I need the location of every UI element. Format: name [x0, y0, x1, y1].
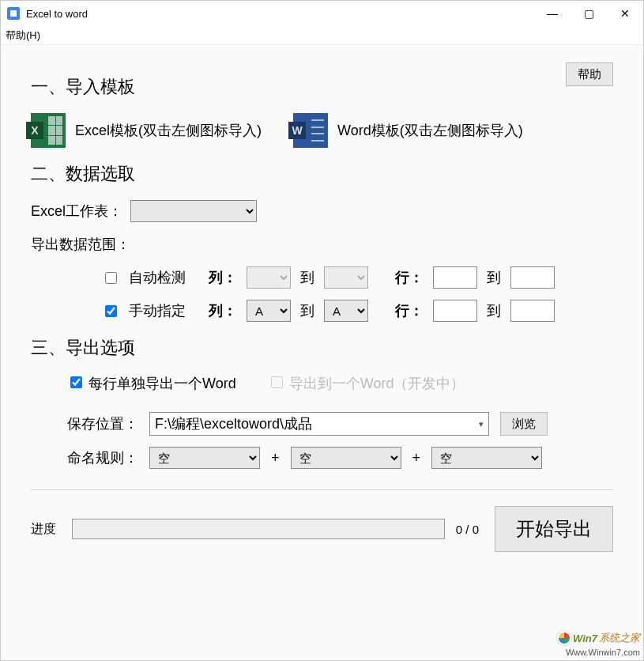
auto-detect-checkbox[interactable]: [105, 272, 117, 284]
auto-row-label: 行：: [395, 268, 424, 287]
section2-heading: 二、数据选取: [31, 162, 613, 186]
start-export-button[interactable]: 开始导出: [495, 506, 613, 552]
word-template-label: Word模板(双击左侧图标导入): [337, 121, 523, 140]
name-part-1[interactable]: 空: [149, 447, 260, 469]
per-row-label: 每行单独导出一个Word: [89, 376, 236, 391]
window-title: Excel to word: [26, 8, 88, 20]
worksheet-select[interactable]: [130, 200, 257, 222]
man-col-to[interactable]: A: [324, 300, 368, 322]
section1-heading: 一、导入模板: [31, 75, 613, 99]
app-icon: [7, 7, 20, 20]
separator: [31, 489, 613, 490]
worksheet-label: Excel工作表：: [31, 202, 122, 221]
name-part-3[interactable]: 空: [431, 447, 542, 469]
plus-1: +: [271, 450, 280, 466]
auto-col-label: 列：: [209, 268, 237, 287]
man-col-from[interactable]: A: [247, 300, 291, 322]
help-button[interactable]: 帮助: [566, 62, 613, 86]
man-row-to-label: 到: [487, 301, 501, 320]
man-row-to[interactable]: [510, 300, 555, 322]
man-row-from[interactable]: [433, 300, 477, 322]
manual-label: 手动指定: [129, 301, 186, 320]
single-file-option: 导出到一个Word（开发中）: [268, 374, 465, 393]
templates-row: X Excel模板(双击左侧图标导入) W Word模板(双击左侧图标导入): [31, 113, 613, 148]
name-part-2[interactable]: 空: [291, 447, 401, 469]
menubar: 帮助(H): [1, 26, 643, 45]
auto-col-from: [247, 266, 291, 289]
per-row-checkbox[interactable]: [70, 376, 82, 388]
section3-heading: 三、导出选项: [31, 336, 613, 360]
naming-rule-row: 命名规则： 空 + 空 + 空: [67, 447, 613, 469]
close-button[interactable]: ✕: [607, 1, 643, 26]
app-window: Excel to word — ▢ ✕ 帮助(H) 帮助 一、导入模板 X Ex…: [0, 0, 644, 661]
man-col-to-label: 到: [300, 301, 314, 320]
footer-row: 进度 0 / 0 开始导出: [31, 506, 613, 568]
plus-2: +: [412, 450, 421, 466]
minimize-button[interactable]: —: [534, 1, 571, 26]
chevron-down-icon: ▾: [479, 419, 484, 429]
auto-row-to-label: 到: [487, 268, 501, 287]
progress-text: 0 / 0: [456, 523, 479, 536]
auto-row-to[interactable]: [510, 266, 555, 289]
single-file-checkbox: [271, 376, 283, 388]
content-area: 帮助 一、导入模板 X Excel模板(双击左侧图标导入) W Word模板(双…: [1, 45, 643, 660]
single-file-label: 导出到一个Word（开发中）: [289, 376, 465, 391]
man-col-label: 列：: [209, 301, 237, 320]
word-icon[interactable]: W: [293, 113, 328, 148]
per-row-option: 每行单独导出一个Word: [67, 374, 236, 393]
word-template-item: W Word模板(双击左侧图标导入): [293, 113, 523, 148]
auto-col-to: [324, 266, 368, 289]
save-path-select[interactable]: F:\编程\exceltoword\成品 ▾: [149, 412, 489, 436]
export-mode-row: 每行单独导出一个Word 导出到一个Word（开发中）: [67, 374, 613, 393]
auto-detect-label: 自动检测: [129, 268, 186, 287]
range-label: 导出数据范围：: [31, 235, 130, 254]
maximize-button[interactable]: ▢: [571, 1, 607, 26]
auto-detect-row: 自动检测 列： 到 行： 到: [102, 266, 613, 289]
worksheet-row: Excel工作表：: [31, 200, 613, 222]
range-label-row: 导出数据范围：: [31, 235, 613, 254]
menu-help[interactable]: 帮助(H): [6, 28, 40, 43]
excel-template-label: Excel模板(双击左侧图标导入): [75, 121, 262, 140]
word-icon-letter: W: [288, 122, 306, 139]
progress-bar: [72, 519, 445, 539]
manual-row: 手动指定 列： A 到 A 行： 到: [102, 300, 613, 322]
browse-button[interactable]: 浏览: [500, 412, 548, 436]
manual-checkbox[interactable]: [105, 305, 117, 317]
excel-icon[interactable]: X: [31, 113, 66, 148]
save-path-value: F:\编程\exceltoword\成品: [155, 414, 312, 433]
titlebar: Excel to word — ▢ ✕: [1, 1, 643, 26]
excel-icon-letter: X: [26, 122, 43, 139]
auto-row-from[interactable]: [433, 266, 477, 289]
man-row-label: 行：: [395, 301, 424, 320]
excel-template-item: X Excel模板(双击左侧图标导入): [31, 113, 262, 148]
save-path-label: 保存位置：: [67, 414, 138, 433]
save-path-row: 保存位置： F:\编程\exceltoword\成品 ▾ 浏览: [67, 412, 613, 436]
auto-col-to-label: 到: [300, 268, 314, 287]
progress-label: 进度: [31, 521, 56, 538]
naming-rule-label: 命名规则：: [67, 448, 138, 467]
